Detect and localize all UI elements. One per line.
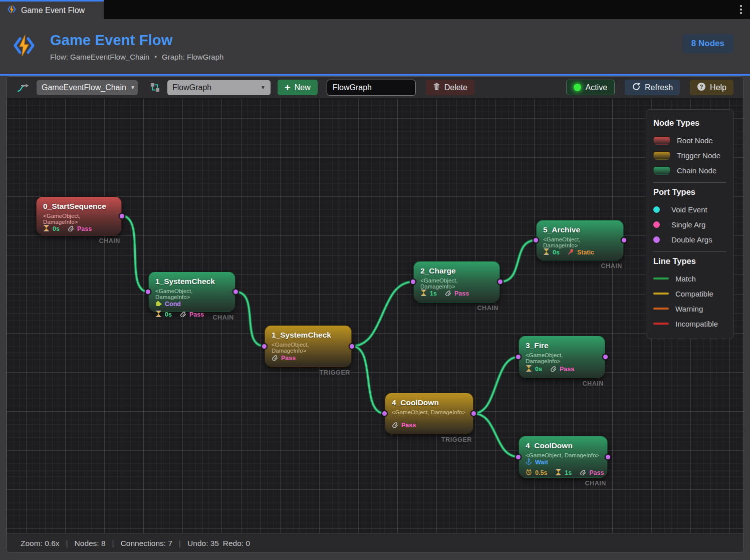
plus-icon: +	[285, 83, 291, 93]
subtitle-flow: Flow: GameEventFlow_Chain	[50, 53, 149, 61]
output-port[interactable]	[232, 289, 239, 295]
line-type-swatch	[653, 308, 669, 310]
node-4_CoolDown[interactable]: 4_CoolDown<GameObject, DamageInfo>Wait0.…	[519, 436, 608, 478]
badge-label: Pass	[401, 422, 416, 429]
node-title: 1_SystemCheck	[155, 277, 228, 286]
page-subtitle: Flow: GameEventFlow_Chain • Graph: FlowG…	[50, 53, 223, 61]
legend-item-void-event: Void Event	[653, 202, 726, 217]
output-port[interactable]	[497, 278, 504, 285]
node-body[interactable]: 2_Charge<GameObject, DamageInfo>1sPass	[413, 261, 500, 303]
badge-label: Cond	[165, 301, 181, 308]
status-separator: |	[112, 539, 114, 548]
tab-game-event-flow[interactable]: Game Event Flow	[0, 0, 104, 19]
node-4_CoolDown[interactable]: 4_CoolDown<GameObject, DamageInfo>PassTR…	[385, 393, 473, 434]
badge-label: Pass	[189, 311, 204, 318]
connection-n6-n5[interactable]	[473, 357, 519, 414]
output-port[interactable]	[119, 213, 125, 219]
node-3_Fire[interactable]: 3_Fire<GameObject, DamageInfo>0sPassCHAI…	[519, 336, 605, 378]
node-2_Charge[interactable]: 2_Charge<GameObject, DamageInfo>1sPassCH…	[413, 261, 500, 303]
badge-label: 0s	[535, 366, 542, 373]
input-port[interactable]	[261, 343, 268, 350]
delete-button[interactable]: Delete	[426, 80, 474, 95]
output-port[interactable]	[349, 343, 355, 350]
input-port[interactable]	[515, 454, 522, 460]
node-type-label: CHAIN	[582, 380, 604, 387]
kebab-menu-icon[interactable]	[732, 0, 750, 19]
connection-n3-n4[interactable]	[500, 240, 536, 282]
node-body[interactable]: 3_Fire<GameObject, DamageInfo>0sPass	[519, 336, 605, 378]
badge-row: 0sStatic	[543, 248, 617, 256]
legend-item-label: Warning	[675, 305, 703, 313]
node-1_SystemCheck[interactable]: 1_SystemCheck<GameObject, DamageInfo>Pas…	[265, 325, 352, 367]
node-type-swatch	[653, 136, 670, 145]
line-type-swatch	[653, 323, 669, 325]
paperclip-icon	[180, 311, 186, 319]
output-port[interactable]	[605, 454, 611, 460]
new-button[interactable]: + New	[278, 80, 318, 95]
badge-row: Pass	[272, 354, 345, 362]
output-port[interactable]	[602, 354, 609, 360]
paperclip-icon	[68, 225, 74, 233]
graph-select[interactable]: FlowGraph ▼	[167, 80, 271, 95]
badge-pass: Pass	[180, 311, 204, 319]
connection-n6-n7[interactable]	[473, 414, 519, 457]
connection-n2-n3[interactable]	[352, 282, 413, 347]
badge-label: Static	[577, 249, 594, 256]
badge-0s: 0s	[543, 248, 560, 256]
output-port[interactable]	[470, 410, 477, 417]
connection-n1-n2[interactable]	[235, 292, 265, 347]
paperclip-icon	[550, 365, 557, 373]
node-body[interactable]: 1_SystemCheck<GameObject, DamageInfo>Con…	[148, 271, 235, 312]
paperclip-icon	[392, 421, 398, 429]
puzzle-icon	[155, 300, 162, 308]
line-type-swatch	[653, 277, 669, 279]
badge-pass: Pass	[68, 225, 92, 233]
legend-item-label: Trigger Node	[677, 151, 720, 160]
legend-panel: Node Types Root NodeTrigger NodeChain No…	[646, 109, 734, 339]
badge-label: 1s	[565, 469, 572, 476]
input-port[interactable]	[410, 278, 416, 285]
page-title: Game Event Flow	[50, 32, 223, 49]
node-5_Archive[interactable]: 5_Archive<GameObject, DamageInfo>0sStati…	[536, 220, 624, 260]
input-port[interactable]	[515, 354, 522, 360]
input-port[interactable]	[533, 237, 539, 243]
node-body[interactable]: 4_CoolDown<GameObject, DamageInfo>Wait0.…	[519, 436, 608, 478]
badge-1s: 1s	[420, 290, 437, 298]
node-type-label: CHAIN	[99, 237, 120, 244]
status-segment-3: Undo: 35 Redo: 0	[187, 539, 250, 548]
node-title: 3_Fire	[526, 341, 598, 350]
node-title: 0_StartSequence	[43, 202, 115, 211]
input-port[interactable]	[145, 289, 151, 295]
refresh-button[interactable]: Refresh	[625, 80, 680, 95]
node-subtitle: <GameObject, DamageInfo>	[526, 352, 598, 364]
active-button-label: Active	[585, 83, 607, 92]
node-body[interactable]: 4_CoolDown<GameObject, DamageInfo>Pass	[385, 393, 473, 434]
node-count-badge: 8 Nodes	[682, 34, 733, 53]
badge-pass: Pass	[550, 365, 574, 373]
node-title: 2_Charge	[420, 266, 493, 275]
node-0_StartSequence[interactable]: 0_StartSequence<GameObject, DamageInfo>0…	[36, 196, 122, 235]
input-port[interactable]	[381, 410, 388, 417]
node-body[interactable]: 1_SystemCheck<GameObject, DamageInfo>Pas…	[265, 325, 352, 367]
help-button[interactable]: ? Help	[690, 80, 733, 95]
connection-n2-n6[interactable]	[352, 346, 385, 414]
app-logo-icon	[7, 5, 17, 16]
hourglass-icon	[526, 365, 532, 373]
output-port[interactable]	[621, 237, 627, 243]
graph-name-input[interactable]	[327, 80, 416, 96]
port-type-swatch	[653, 236, 660, 243]
active-status-dot-icon	[574, 84, 581, 91]
node-type-label: CHAIN	[585, 480, 606, 487]
graph-canvas[interactable]: Node Types Root NodeTrigger NodeChain No…	[7, 99, 743, 533]
node-body[interactable]: 0_StartSequence<GameObject, DamageInfo>0…	[36, 196, 122, 235]
node-1_SystemCheck[interactable]: 1_SystemCheck<GameObject, DamageInfo>Con…	[148, 271, 235, 312]
node-body[interactable]: 5_Archive<GameObject, DamageInfo>0sStati…	[536, 220, 624, 260]
badge-row: 1sPass	[420, 290, 493, 298]
flow-select[interactable]: GameEventFlow_Chain ▼	[37, 80, 138, 95]
node-type-label: TRIGGER	[320, 369, 350, 376]
active-status-button[interactable]: Active	[566, 80, 615, 95]
legend-divider	[653, 251, 726, 252]
connection-n0-n1[interactable]	[122, 216, 148, 292]
badge-label: Pass	[454, 290, 469, 297]
node-title: 4_CoolDown	[526, 441, 601, 450]
